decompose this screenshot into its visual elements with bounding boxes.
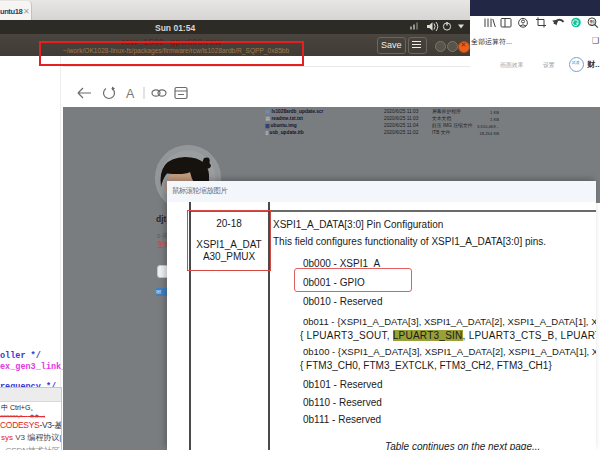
svg-text:甄: 甄 [590, 18, 596, 25]
svg-text:A: A [126, 87, 135, 101]
